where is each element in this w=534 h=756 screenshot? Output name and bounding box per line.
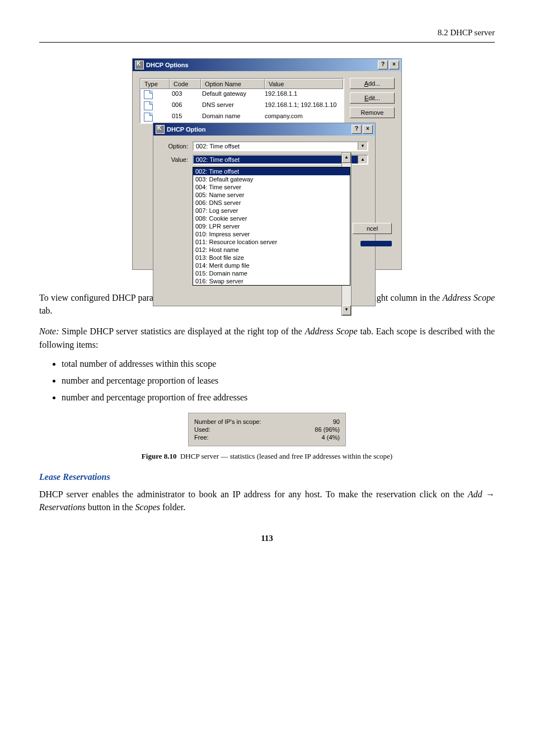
col-type[interactable]: Type bbox=[140, 79, 170, 88]
dropdown-item[interactable]: 008: Cookie server bbox=[193, 214, 350, 222]
col-value[interactable]: Value bbox=[265, 79, 343, 88]
dhcp-option-titlebar: DHCP Option ? × bbox=[153, 123, 375, 136]
dropdown-item[interactable]: 006: DNS server bbox=[193, 199, 350, 207]
dropdown-item[interactable]: 002: Time offset bbox=[193, 167, 350, 175]
close-button[interactable]: × bbox=[363, 125, 373, 134]
grid-header: Type Code Option Name Value bbox=[140, 79, 343, 89]
value-label: Value: bbox=[160, 156, 188, 163]
grid-row[interactable]: 006 DNS server 192.168.1.1; 192.168.1.10 bbox=[140, 100, 343, 111]
dropdown-item[interactable]: 016: Swap server bbox=[193, 277, 350, 285]
app-icon bbox=[135, 60, 144, 69]
dhcp-options-title: DHCP Options bbox=[146, 62, 189, 68]
help-button[interactable]: ? bbox=[378, 60, 388, 69]
section-heading: Lease Reservations bbox=[39, 472, 495, 482]
scroll-down-icon[interactable]: ▼ bbox=[342, 305, 351, 315]
col-code[interactable]: Code bbox=[170, 79, 201, 88]
dhcp-options-dialog: DHCP Options ? × Type Code Option Name V… bbox=[132, 58, 402, 270]
dropdown-item[interactable]: 013: Boot file size bbox=[193, 254, 350, 262]
app-icon bbox=[156, 125, 165, 134]
cancel-button[interactable]: ncel bbox=[353, 223, 392, 234]
dropdown-item[interactable]: 004: Time server bbox=[193, 183, 350, 191]
add-button[interactable]: Add... bbox=[350, 78, 395, 89]
scroll-up-icon[interactable]: ▲ bbox=[342, 153, 351, 163]
dropdown-item[interactable]: 015: Domain name bbox=[193, 269, 350, 277]
stats-panel: Number of IP's in scope:90 Used:86 (96%)… bbox=[188, 413, 346, 446]
col-option-name[interactable]: Option Name bbox=[201, 79, 265, 88]
paragraph-2: Note: Simple DHCP server statistics are … bbox=[39, 325, 495, 351]
document-icon bbox=[144, 113, 153, 122]
list-item: number and percentage proportion of leas… bbox=[62, 376, 495, 386]
dropdown-item[interactable]: 005: Name server bbox=[193, 191, 350, 199]
page-number: 113 bbox=[39, 534, 495, 543]
grid-row[interactable]: 003 Default gateway 192.168.1.1 bbox=[140, 89, 343, 100]
dropdown-item[interactable]: 003: Default gateway bbox=[193, 175, 350, 183]
dropdown-item[interactable]: 014: Merit dump file bbox=[193, 262, 350, 269]
dropdown-item[interactable]: 009: LPR server bbox=[193, 222, 350, 230]
dropdown-item[interactable]: 007: Log server bbox=[193, 207, 350, 214]
dropdown-item[interactable]: 011: Resource location server bbox=[193, 238, 350, 246]
dropdown-item[interactable]: 010: Impress server bbox=[193, 230, 350, 238]
close-button[interactable]: × bbox=[389, 60, 399, 69]
options-grid: Type Code Option Name Value 003 Default … bbox=[139, 78, 344, 124]
page-header: 8.2 DHCP server bbox=[39, 28, 495, 38]
stats-row: Number of IP's in scope:90 bbox=[194, 418, 340, 426]
document-icon bbox=[144, 90, 153, 99]
chevron-down-icon[interactable]: ▼ bbox=[358, 142, 367, 150]
document-icon bbox=[144, 101, 153, 110]
dhcp-option-title: DHCP Option bbox=[167, 126, 205, 133]
help-button[interactable]: ? bbox=[352, 125, 362, 134]
option-combo[interactable]: 002: Time offset ▼ bbox=[193, 141, 368, 151]
stats-row: Used:86 (96%) bbox=[194, 426, 340, 433]
grid-row[interactable]: 015 Domain name company.com bbox=[140, 111, 343, 123]
dhcp-option-dialog: DHCP Option ? × Option: 002: Time offset… bbox=[153, 123, 376, 306]
option-label: Option: bbox=[160, 143, 188, 150]
edit-button[interactable]: Edit... bbox=[350, 92, 395, 104]
partial-button-strip bbox=[360, 241, 392, 246]
dropdown-item[interactable]: 012: Host name bbox=[193, 246, 350, 254]
dhcp-options-titlebar: DHCP Options ? × bbox=[133, 59, 401, 71]
chevron-up-icon[interactable]: ▲ bbox=[358, 156, 367, 164]
figure-caption-8-10: Figure 8.10 DHCP server — statistics (le… bbox=[39, 452, 495, 461]
header-rule bbox=[39, 42, 495, 43]
stats-row: Free:4 (4%) bbox=[194, 433, 340, 441]
option-dropdown-list[interactable]: 002: Time offset 003: Default gateway 00… bbox=[193, 167, 350, 286]
paragraph-3: DHCP server enables the administrator to… bbox=[39, 488, 495, 514]
list-item: number and percentage proportion of free… bbox=[62, 393, 495, 403]
bullet-list: total number of addresses within this sc… bbox=[62, 359, 495, 403]
list-item: total number of addresses within this sc… bbox=[62, 359, 495, 369]
remove-button[interactable]: Remove bbox=[350, 107, 395, 118]
